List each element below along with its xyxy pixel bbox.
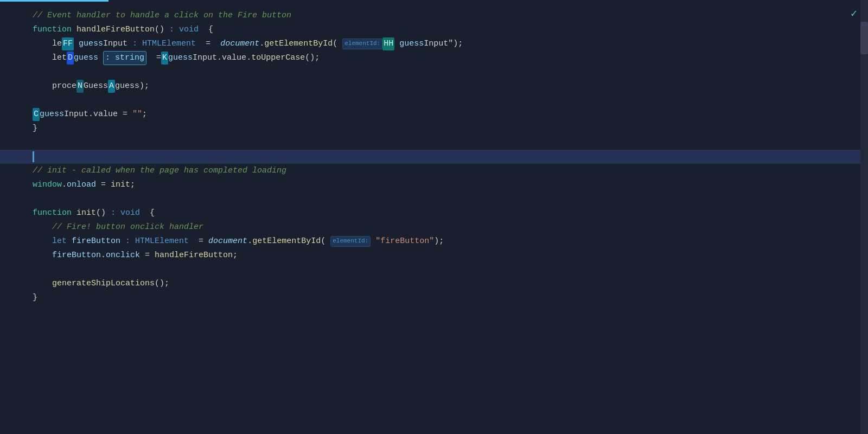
highlight-hh: HH	[382, 37, 394, 50]
code-line: proceNGuessAguess);	[33, 79, 850, 93]
scrollbar-thumb[interactable]	[860, 22, 868, 54]
code-punct: ()	[96, 207, 111, 220]
keyword: function	[33, 207, 76, 220]
code-text: Input.value =	[64, 108, 132, 121]
code-line: letDguess : string =KguessInput.value.to…	[33, 51, 850, 65]
empty-line	[33, 65, 850, 79]
code-text: =	[196, 37, 215, 50]
code-text: proce	[33, 80, 76, 93]
code-line: generateShipLocations();	[33, 277, 850, 291]
code-punct2: );	[453, 37, 463, 50]
code-obj: document	[208, 235, 247, 248]
code-line: CguessInput.value = "";	[33, 107, 850, 122]
code-line: leFF guessInput : HTMLElement = document…	[33, 37, 850, 51]
code-text: ;	[142, 108, 147, 121]
text-cursor	[33, 151, 34, 162]
code-line: }	[33, 291, 850, 305]
cursor-line	[0, 150, 860, 164]
string-fire: "fireButton"	[375, 235, 434, 248]
code-line: function handleFireButton() : void {	[33, 23, 850, 37]
keyword-type: : void	[169, 23, 199, 36]
code-line: }	[33, 122, 850, 136]
code-text: =	[96, 178, 111, 192]
string-val: ""	[132, 108, 142, 121]
highlight-n: N	[76, 80, 84, 93]
code-text	[33, 221, 52, 234]
code-var: onload	[67, 178, 96, 192]
code-fn: generateShipLocations	[52, 277, 155, 290]
code-text: .	[62, 178, 67, 192]
code-text: =	[146, 52, 161, 65]
code-var: guess	[40, 108, 64, 121]
code-text: let	[33, 52, 67, 65]
code-text: le	[33, 37, 62, 50]
empty-line	[33, 263, 850, 277]
code-var: fireButton	[72, 235, 120, 248]
scrollbar[interactable]	[860, 0, 868, 434]
code-text: ();	[155, 277, 169, 290]
code-var2: guess	[168, 52, 193, 65]
code-text	[74, 37, 79, 50]
code-line: let fireButton : HTMLElement = document.…	[33, 234, 850, 248]
empty-line	[33, 192, 850, 206]
editor: ✓ // Event handler to handle a click on …	[0, 0, 868, 434]
highlight-c: C	[33, 108, 40, 121]
code-punct: {	[199, 23, 213, 36]
code-text: Guess	[84, 80, 108, 93]
code-line: // Fire! button onclick handler	[33, 220, 850, 234]
check-icon: ✓	[851, 7, 857, 20]
code-text: }	[33, 291, 37, 304]
code-line: function init() : void {	[33, 206, 850, 220]
code-text2: );	[139, 80, 149, 93]
code-text: ;	[130, 178, 135, 192]
code-comment: // init - called when the page has compl…	[33, 164, 286, 177]
code-obj: document	[215, 37, 259, 50]
code-punct: ()	[155, 23, 169, 36]
fn-name: handleFireButton	[76, 23, 155, 36]
code-text: Input.value.	[193, 52, 251, 65]
code-text: (	[333, 37, 342, 50]
code-text: }	[33, 122, 37, 135]
code-text	[371, 235, 375, 248]
code-fn: init	[111, 178, 130, 192]
highlight-k: K	[161, 52, 168, 65]
code-text: Input	[103, 37, 132, 50]
code-punct: {	[140, 207, 155, 220]
highlight-a: A	[108, 80, 115, 93]
code-text	[33, 249, 52, 262]
param-hint-elementid: elementId:	[342, 39, 382, 49]
code-text: ();	[305, 52, 320, 65]
code-line: window.onload = init;	[33, 178, 850, 192]
code-var: guess	[74, 52, 103, 65]
fn-name: init	[76, 207, 96, 220]
keyword-let: let	[52, 235, 72, 248]
code-text: =	[189, 235, 208, 248]
code-text: .	[101, 249, 106, 262]
code-fn: toUpperCase	[251, 52, 305, 65]
code-text: ;	[233, 249, 238, 262]
code-text: .	[259, 37, 264, 50]
code-text: =	[140, 249, 155, 262]
keyword-type: : void	[111, 207, 140, 220]
code-text	[120, 235, 125, 248]
code-fn: getElementById	[264, 37, 333, 50]
code-line: // init - called when the page has compl…	[33, 164, 850, 178]
code-text: .	[247, 235, 252, 248]
code-line: fireButton.onclick = handleFireButton;	[33, 248, 850, 263]
empty-line	[33, 93, 850, 107]
param-hint-elementid2: elementId:	[330, 236, 371, 247]
code-text: guess	[115, 80, 139, 93]
highlight-d: D	[67, 52, 74, 65]
code-text	[33, 235, 52, 248]
code-text: );	[434, 235, 444, 248]
code-text: Input"	[424, 37, 453, 50]
code-var: guess	[79, 37, 103, 50]
empty-line	[33, 136, 850, 150]
code-fn: handleFireButton	[155, 249, 233, 262]
code-fn: getElementById	[252, 235, 321, 248]
code-text: (	[321, 235, 330, 248]
keyword: function	[33, 23, 76, 36]
code-area: // Event handler to handle a click on th…	[0, 0, 860, 434]
code-type: : HTMLElement	[132, 37, 196, 50]
code-text	[33, 277, 52, 290]
